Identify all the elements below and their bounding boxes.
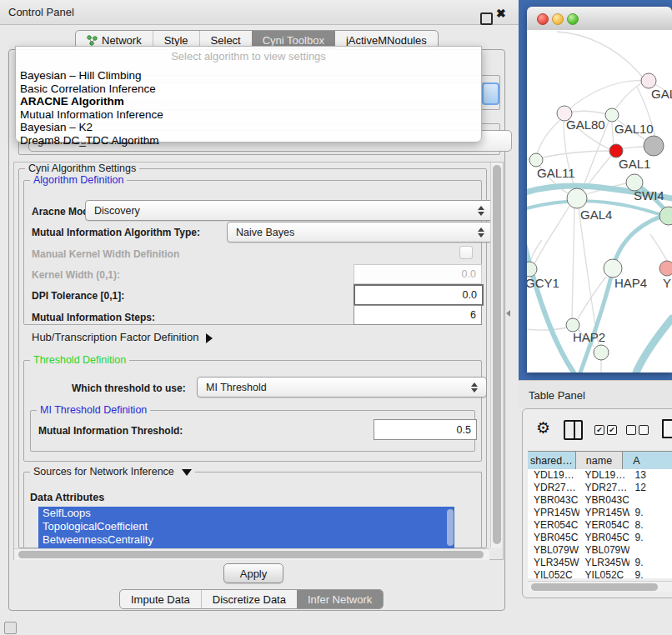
mi-threshold-field[interactable]: 0.5: [374, 419, 477, 440]
node-label: GAL11: [537, 166, 575, 180]
network-node-gal10[interactable]: [605, 108, 619, 122]
network-node[interactable]: [659, 207, 672, 225]
table-cell: YDR27…: [579, 482, 629, 494]
dpi-tolerance-field[interactable]: 0.0: [354, 284, 484, 306]
show-columns-icon[interactable]: [564, 420, 583, 440]
algorithm-option[interactable]: ARACNE Algorithm: [18, 95, 479, 108]
table-row[interactable]: YDR27…YDR27…12: [528, 482, 672, 494]
mi-steps-label: Mutual Information Steps:: [32, 312, 155, 323]
algorithm-dropdown-list: Bayesian – Hill ClimbingBasic Correlatio…: [18, 69, 479, 147]
deselect-all-checkbox-icon[interactable]: [626, 425, 636, 435]
tab-discretize-data[interactable]: Discretize Data: [201, 590, 297, 608]
table-cell: YPR145W: [528, 507, 579, 519]
table-row[interactable]: YBL079WYBL079W: [528, 544, 672, 557]
table-cell: YBR043C: [579, 494, 629, 507]
attribute-list-item[interactable]: TopologicalCoefficient: [38, 520, 454, 533]
algorithm-option[interactable]: Bayesian – K2: [18, 121, 479, 134]
settings-hscrollbar-thumb[interactable]: [18, 551, 484, 558]
mi-steps-field[interactable]: 6: [354, 305, 482, 325]
deselect-all-checkbox-icon[interactable]: [639, 425, 649, 435]
tab-label: Style: [164, 34, 188, 47]
network-node-gal11[interactable]: [529, 153, 543, 167]
bottom-tabbar: Impute DataDiscretize DataInfer Network: [119, 589, 384, 609]
network-window-titlebar: [527, 7, 672, 31]
settings-vscrollbar-track[interactable]: [490, 162, 503, 548]
tab-label: Impute Data: [131, 593, 190, 606]
kernel-width-field[interactable]: 0.0: [354, 264, 482, 284]
table-cell: 9.: [629, 507, 672, 519]
float-window-icon[interactable]: [480, 12, 493, 25]
zoom-traffic-light-icon[interactable]: [567, 13, 579, 25]
select-all-checkbox-icon[interactable]: ✔: [607, 425, 617, 435]
settings-vscrollbar-thumb[interactable]: [493, 165, 501, 544]
network-node-gcy1[interactable]: [527, 262, 537, 277]
node-label: SWI4: [634, 188, 664, 202]
network-node-gal1[interactable]: [609, 144, 623, 158]
table-hscrollbar-track[interactable]: [528, 581, 672, 592]
network-node[interactable]: [644, 136, 664, 156]
tab-impute-data[interactable]: Impute Data: [120, 590, 201, 608]
table-row[interactable]: YPR145WYPR145W9.: [528, 507, 672, 519]
column-header[interactable]: name: [576, 452, 623, 470]
mi-threshold-label: Mutual Information Threshold:: [38, 425, 183, 437]
collapse-arrow-icon[interactable]: [182, 469, 192, 476]
combo-arrows-icon: [478, 206, 484, 216]
table-row[interactable]: YIL052CYIL052C9.: [528, 569, 672, 578]
algorithm-dropdown-placeholder: Select algorithm to view settings: [16, 50, 481, 62]
table-panel-header: Table Panel: [519, 380, 672, 408]
mi-type-value: Naive Bayes: [236, 227, 294, 238]
attribute-list-item[interactable]: SelfLoops: [38, 507, 454, 520]
network-node[interactable]: [594, 345, 609, 360]
mi-threshold-value: 0.5: [457, 424, 471, 436]
table-cell: 12: [629, 482, 672, 494]
algorithm-option[interactable]: Dream8 DC_TDC Algorithm: [18, 134, 479, 148]
kernel-width-label: Kernel Width (0,1):: [32, 269, 120, 281]
algorithm-definition-title: Algorithm Definition: [30, 174, 127, 186]
attributes-list-scrollbar[interactable]: [447, 509, 454, 546]
attribute-list-item[interactable]: BetweennessCentrality: [38, 533, 454, 547]
table-row[interactable]: YDL19…YDL19…13: [528, 469, 672, 482]
column-header[interactable]: A: [623, 452, 672, 470]
expand-arrow-icon[interactable]: [206, 333, 213, 343]
table-row[interactable]: YBR045CYBR045C9.: [528, 532, 672, 544]
sources-title: Sources for Network Inference: [33, 466, 174, 478]
minimized-panel-icon[interactable]: [4, 622, 17, 634]
network-canvas[interactable]: GALGAL80GAL10GAL1GAL11SWI4GAL4GCY1HAP4YH…: [527, 30, 672, 372]
table-row[interactable]: YLR345WYLR345W9.: [528, 557, 672, 569]
select-all-checkbox-icon[interactable]: ✔: [594, 425, 604, 435]
table-row[interactable]: YBR043CYBR043C: [528, 494, 672, 507]
split-pane-collapse-icon[interactable]: [506, 310, 510, 317]
settings-hscrollbar-track[interactable]: [14, 548, 489, 560]
network-node-hap4[interactable]: [604, 259, 622, 278]
table-cell: 9.: [629, 557, 672, 569]
algorithm-option[interactable]: Bayesian – Hill Climbing: [18, 69, 479, 82]
table-cell: 9.: [629, 532, 672, 544]
new-table-icon[interactable]: [662, 419, 672, 438]
minimize-traffic-light-icon[interactable]: [552, 13, 564, 25]
data-attributes-list[interactable]: SelfLoopsTopologicalCoefficientBetweenne…: [38, 507, 454, 548]
mi-type-combo[interactable]: Naive Bayes: [227, 222, 494, 242]
close-traffic-light-icon[interactable]: [537, 13, 549, 25]
aracne-mode-combo[interactable]: Discovery: [85, 200, 494, 221]
table-row[interactable]: YER054CYER054C8.: [528, 519, 672, 532]
network-node-gal4[interactable]: [567, 188, 587, 208]
network-graph[interactable]: GALGAL80GAL10GAL1GAL11SWI4GAL4GCY1HAP4YH…: [527, 30, 672, 372]
gear-icon[interactable]: ⚙: [536, 418, 550, 437]
algorithm-option[interactable]: Basic Correlation Inference: [18, 82, 479, 96]
table-hscrollbar-thumb[interactable]: [531, 583, 658, 591]
algorithm-option[interactable]: Mutual Information Inference: [18, 108, 479, 122]
network-node-y[interactable]: [659, 261, 672, 276]
table-cell: [629, 494, 672, 507]
sources-toggle[interactable]: Sources for Network Inference: [30, 466, 195, 478]
tab-infer-network[interactable]: Infer Network: [297, 590, 383, 608]
table-cell: 8.: [629, 519, 672, 532]
column-header[interactable]: shared…: [528, 452, 576, 470]
table-cell: YLR345W: [528, 557, 579, 569]
manual-kernel-checkbox[interactable]: [459, 246, 473, 259]
hub-definition-label: Hub/Transcription Factor Definition: [32, 331, 198, 343]
hub-definition-toggle[interactable]: Hub/Transcription Factor Definition: [32, 331, 213, 343]
apply-button[interactable]: Apply: [223, 563, 283, 583]
close-icon[interactable]: ✖: [496, 7, 506, 20]
which-threshold-combo[interactable]: MI Threshold: [197, 377, 487, 398]
inference-combo-arrow-button[interactable]: [482, 82, 499, 105]
